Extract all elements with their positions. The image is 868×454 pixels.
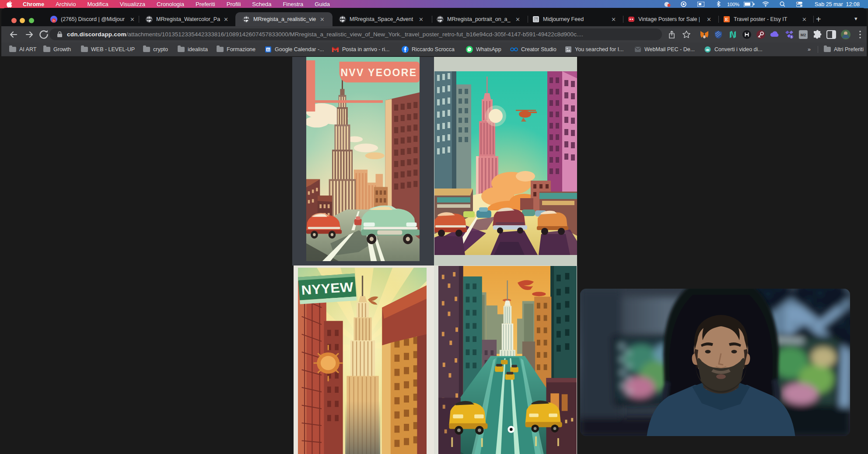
svg-text:2+: 2+ xyxy=(52,19,55,22)
svg-text:31: 31 xyxy=(266,48,270,51)
svg-text:M2: M2 xyxy=(801,33,806,37)
svg-text:NVV YEOORE: NVV YEOORE xyxy=(340,66,417,78)
svg-text:E: E xyxy=(725,17,728,22)
svg-text:5: 5 xyxy=(791,35,792,38)
